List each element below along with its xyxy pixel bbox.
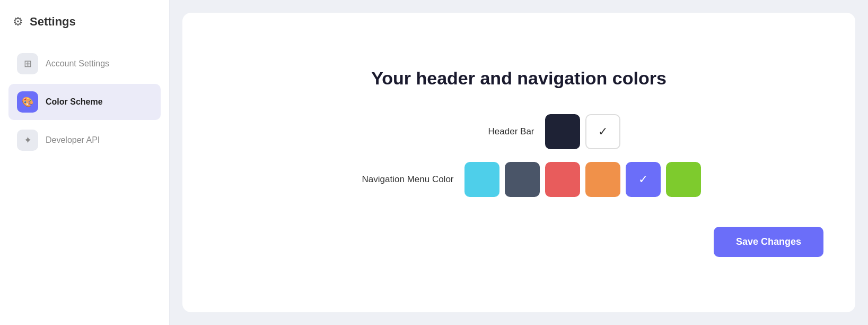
nav-swatch-red[interactable] [545,162,580,197]
gear-icon: ⚙ [13,15,23,29]
nav-swatch-orange[interactable] [585,162,620,197]
main-content: Your header and navigation colors Header… [170,0,868,325]
sidebar-item-developer-api-label: Developer API [46,135,100,145]
sidebar-item-color-scheme[interactable]: 🎨 Color Scheme [8,84,161,120]
account-settings-icon: ⊞ [17,53,38,74]
developer-api-icon: ✦ [17,130,38,151]
sidebar-item-developer-api[interactable]: ✦ Developer API [8,122,161,158]
nav-menu-label: Navigation Menu Color [337,174,454,185]
nav-swatches: ✓ [464,162,701,197]
sidebar-title: Settings [30,15,76,29]
sidebar-header: ⚙ Settings [0,0,169,41]
nav-swatch-cyan[interactable] [464,162,499,197]
nav-swatch-gray[interactable] [505,162,540,197]
header-bar-label: Header Bar [418,126,534,137]
sidebar-nav: ⊞ Account Settings 🎨 Color Scheme ✦ Deve… [0,41,169,162]
sidebar-item-account-settings[interactable]: ⊞ Account Settings [8,46,161,82]
page-title: Your header and navigation colors [371,68,667,89]
nav-swatch-green[interactable] [666,162,701,197]
save-btn-wrap: Save Changes [214,227,823,257]
sidebar: ⚙ Settings ⊞ Account Settings 🎨 Color Sc… [0,0,170,325]
header-swatch-white[interactable]: ✓ [585,114,620,149]
header-swatches: ✓ [545,114,620,149]
sidebar-item-color-scheme-label: Color Scheme [46,97,103,107]
content-card: Your header and navigation colors Header… [182,13,855,312]
nav-menu-row: Navigation Menu Color ✓ [214,162,823,197]
sidebar-item-account-settings-label: Account Settings [46,59,109,69]
nav-swatch-purple[interactable]: ✓ [626,162,661,197]
check-icon-purple: ✓ [638,173,648,186]
check-icon: ✓ [598,125,608,139]
save-changes-button[interactable]: Save Changes [714,227,823,257]
color-scheme-icon: 🎨 [17,91,38,113]
header-swatch-dark[interactable] [545,114,580,149]
header-bar-row: Header Bar ✓ [214,114,823,149]
